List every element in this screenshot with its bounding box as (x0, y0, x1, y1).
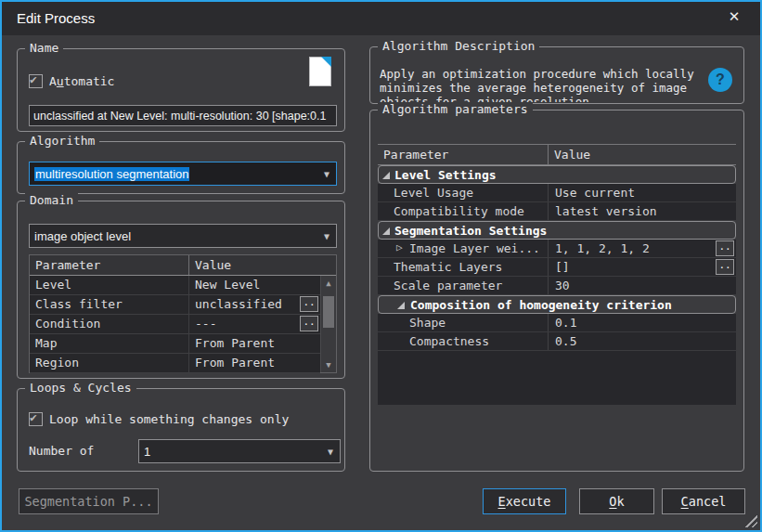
name-group: Name ✔ Automatic (17, 48, 345, 132)
vertical-scrollbar[interactable]: ▲ ▼ (320, 276, 336, 372)
value-text: Use current (555, 186, 635, 200)
ellipsis-button[interactable]: .. (716, 240, 734, 256)
algorithm-parameters-group: Algorithm parameters Parameter Value Lev… (369, 110, 744, 472)
parameter-cell: Composition of homogeneity criterion (379, 296, 737, 313)
parameter-cell: Shape (378, 314, 549, 331)
value-cell: From Parent (189, 354, 320, 372)
cancel-button[interactable]: Cancel (662, 488, 745, 514)
parameter-cell: Compatibility mode (378, 202, 549, 220)
domain-select[interactable]: image object level ▼ (29, 224, 337, 248)
name-group-label: Name (25, 41, 63, 55)
algorithm-description-label: Algorithm Description (378, 39, 539, 53)
expand-arrow-icon[interactable] (397, 302, 405, 309)
parameters-tree-row[interactable]: ▷Image Layer wei...1, 1, 2, 1, 2.. (378, 240, 736, 258)
document-fold-corner (321, 57, 331, 67)
segmentation-p-button[interactable]: Segmentation P... (19, 488, 159, 514)
chevron-down-icon: ▼ (328, 447, 333, 457)
parameter-cell: Scale parameter (378, 277, 549, 294)
ellipsis-button[interactable]: .. (300, 296, 318, 312)
loop-while-changes-checkbox[interactable]: ✔ (29, 412, 43, 426)
resize-grip[interactable] (743, 513, 757, 527)
parameter-text: Scale parameter (394, 279, 502, 292)
parameters-tree-group-row[interactable]: Level Settings (378, 165, 736, 184)
value-text: [] (555, 260, 570, 274)
chevron-down-icon: ▼ (324, 169, 329, 179)
value-cell: 30 (549, 277, 736, 294)
number-of-label: Number of (29, 444, 94, 458)
parameter-cell: Condition (30, 315, 189, 333)
ellipsis-button[interactable]: .. (300, 316, 318, 331)
parameters-table-empty-area (378, 351, 736, 405)
parameters-tree-group-row[interactable]: Segmentation Settings (378, 221, 736, 240)
parameter-cell: Class filter (30, 295, 189, 314)
scrollbar-thumb[interactable] (323, 296, 334, 328)
parameters-tree-row[interactable]: Compactness0.5 (378, 332, 736, 351)
parameters-tree-row[interactable]: Shape0.1 (378, 314, 736, 332)
column-header-parameter[interactable]: Parameter (30, 255, 189, 275)
value-text: New Level (195, 278, 260, 292)
number-of-select[interactable]: 1 ▼ (138, 439, 341, 463)
loops-group-label: Loops & Cycles (25, 381, 136, 395)
ellipsis-button[interactable]: .. (716, 259, 734, 275)
expand-arrow-icon[interactable] (382, 172, 390, 179)
value-text: 1, 1, 2, 1, 2 (555, 241, 650, 255)
algorithm-select-value: multiresolution segmentation (34, 167, 189, 181)
parameter-cell: Compactness (378, 332, 549, 350)
ok-button[interactable]: Ok (579, 488, 654, 514)
expand-arrow-icon[interactable] (382, 227, 390, 235)
parameter-text: Segmentation Settings (394, 224, 547, 238)
value-text: From Parent (195, 336, 275, 350)
parameters-tree-row[interactable]: Compatibility modelatest version (378, 202, 736, 221)
value-cell: latest version (549, 202, 736, 220)
domain-table-row[interactable]: Condition---.. (30, 315, 320, 334)
value-text: unclassified (195, 297, 282, 311)
algorithm-select[interactable]: multiresolution segmentation ▼ (29, 162, 337, 186)
automatic-checkbox[interactable]: ✔ (29, 74, 43, 88)
parameters-tree-row[interactable]: Thematic Layers[].. (378, 258, 736, 277)
parameter-text: Compactness (409, 334, 489, 348)
domain-group-label: Domain (25, 193, 78, 207)
parameter-text: Shape (409, 316, 446, 330)
parameter-text: Thematic Layers (394, 260, 502, 274)
parameter-text: Composition of homogeneity criterion (410, 298, 672, 312)
column-header-value[interactable]: Value (549, 145, 736, 164)
parameters-tree-group-row[interactable]: Composition of homogeneity criterion (378, 295, 736, 314)
scroll-down-icon[interactable]: ▼ (321, 357, 336, 372)
algorithm-description-text: Apply an optimization procedure which lo… (380, 67, 704, 102)
parameter-cell: Segmentation Settings (379, 222, 737, 239)
scroll-up-icon[interactable]: ▲ (321, 276, 336, 291)
algorithm-parameters-label: Algorithm parameters (378, 102, 533, 116)
close-icon[interactable]: ✕ (725, 8, 743, 27)
value-cell: [].. (549, 258, 736, 276)
domain-table-row[interactable]: RegionFrom Parent (30, 354, 320, 373)
parameter-cell: Thematic Layers (378, 258, 549, 276)
new-document-icon (309, 57, 331, 86)
chevron-down-icon: ▼ (324, 231, 329, 241)
execute-button[interactable]: Execute (483, 488, 566, 514)
column-header-parameter[interactable]: Parameter (378, 145, 549, 164)
value-cell: ---.. (189, 315, 320, 333)
domain-group: Domain image object level ▼ Parameter Va… (17, 201, 345, 379)
value-cell: From Parent (189, 334, 320, 353)
value-text: --- (195, 317, 216, 331)
collapse-arrow-icon[interactable]: ▷ (396, 241, 403, 253)
loops-cycles-group: Loops & Cycles ✔ Loop while something ch… (17, 388, 345, 472)
domain-table-row[interactable]: MapFrom Parent (30, 334, 320, 354)
title-bar[interactable]: Edit Process ✕ (2, 2, 760, 35)
parameter-cell: Map (30, 334, 189, 353)
parameters-table: Parameter Value Level SettingsLevel Usag… (378, 144, 736, 405)
edit-process-dialog: Edit Process ✕ Name ✔ Automatic Algorith… (0, 0, 762, 532)
value-text: 0.1 (555, 316, 576, 330)
process-name-input[interactable] (29, 105, 337, 126)
column-header-value[interactable]: Value (189, 255, 336, 275)
value-text: 30 (555, 279, 570, 292)
algorithm-group-label: Algorithm (25, 134, 99, 148)
domain-table-row[interactable]: LevelNew Level (30, 276, 320, 295)
parameters-tree-row[interactable]: Scale parameter30 (378, 277, 736, 295)
domain-table-row[interactable]: Class filterunclassified.. (30, 295, 320, 315)
domain-table-header: Parameter Value (30, 255, 336, 276)
parameters-tree-row[interactable]: Level UsageUse current (378, 184, 736, 202)
domain-table: Parameter Value LevelNew LevelClass filt… (29, 254, 337, 373)
number-of-value: 1 (144, 445, 150, 459)
help-icon[interactable]: ? (708, 68, 732, 92)
